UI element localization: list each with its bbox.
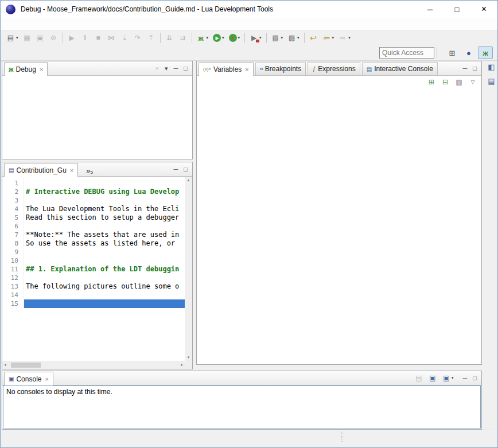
run-button[interactable]: ▶▾ — [211, 32, 226, 44]
minimize-view-icon[interactable]: ─ — [174, 65, 178, 72]
show-columns-button[interactable]: ▥ — [455, 78, 463, 86]
scroll-left-icon[interactable]: ◂ — [4, 363, 6, 367]
maximize-view-icon[interactable]: □ — [473, 375, 477, 381]
line-number[interactable]: 2 — [2, 188, 24, 196]
line-number[interactable]: 9 — [2, 248, 24, 256]
window-maximize-button[interactable]: □ — [443, 1, 470, 18]
code-line[interactable]: 6 — [2, 222, 185, 231]
line-number[interactable]: 11 — [2, 265, 24, 274]
tab-expressions[interactable]: ƒ Expressions — [308, 62, 360, 75]
skip-all-breakpoints-button[interactable]: ⊘ — [48, 32, 60, 44]
code-line[interactable]: 5 Read this section to setup a debugger — [2, 213, 185, 222]
drop-to-frame-button[interactable]: ⇊ — [164, 32, 176, 44]
dropdown-arrow-icon[interactable]: ▾ — [238, 36, 240, 40]
save-button[interactable]: ▦ — [21, 32, 33, 44]
scroll-up-icon[interactable]: ▴ — [188, 178, 190, 182]
tab-close-icon[interactable]: × — [40, 66, 43, 73]
debug-button[interactable]: ж▾ — [195, 32, 211, 44]
line-number[interactable]: 3 — [2, 196, 24, 205]
back-button[interactable]: ⇦▾ — [321, 32, 336, 44]
code-line[interactable]: 1 — [2, 179, 185, 188]
coverage-button[interactable]: ●▾ — [227, 32, 242, 44]
menu-help[interactable] — [66, 22, 75, 26]
line-number[interactable]: 12 — [2, 274, 24, 282]
view-menu-button[interactable]: ▽ — [469, 79, 477, 85]
remove-all-terminated-button[interactable]: × — [155, 65, 159, 72]
dropdown-arrow-icon[interactable]: ▾ — [452, 376, 454, 380]
editor-vertical-scrollbar[interactable]: ▴ ▾ — [185, 177, 192, 361]
menu-search[interactable] — [29, 22, 38, 26]
quick-access-input[interactable] — [379, 47, 434, 59]
new-console-button[interactable]: ▣▾ — [442, 374, 454, 382]
line-number[interactable]: 5 — [2, 213, 24, 222]
resize-grip-icon[interactable]: ⋮ ⋮ — [339, 431, 345, 442]
scroll-right-icon[interactable]: ▸ — [181, 363, 183, 367]
menu-navigate[interactable] — [20, 22, 29, 26]
tab-close-icon[interactable]: × — [45, 376, 48, 383]
resume-button[interactable]: ▶ — [66, 32, 78, 44]
line-number[interactable]: 10 — [2, 256, 24, 265]
dropdown-arrow-icon[interactable]: ▾ — [207, 36, 209, 40]
line-number[interactable]: 4 — [2, 205, 24, 213]
dropdown-arrow-icon[interactable]: ▾ — [281, 36, 283, 40]
view-menu-icon[interactable]: ▾ — [165, 65, 168, 72]
tab-console[interactable]: ▣ Console × — [4, 372, 53, 385]
dropdown-arrow-icon[interactable]: ▾ — [259, 36, 262, 40]
disconnect-button[interactable]: ⋈ — [106, 32, 118, 44]
external-tools-button[interactable]: ▶▾ — [248, 32, 263, 44]
code-line[interactable]: 8 So use the assets as listed here, or — [2, 239, 185, 248]
menu-edit[interactable] — [11, 22, 20, 26]
forward-button[interactable]: ⇨▾ — [337, 32, 352, 44]
tab-close-icon[interactable]: × — [70, 167, 73, 174]
collapse-all-button[interactable]: ⊟ — [441, 78, 449, 86]
code-line[interactable]: 13 The following pictures outline some o — [2, 282, 185, 291]
line-number[interactable]: 14 — [2, 291, 24, 299]
line-number[interactable]: 6 — [2, 222, 24, 231]
display-selected-console-button[interactable]: ▤ — [415, 374, 423, 382]
tab-variables[interactable]: (x)= Variables × — [199, 62, 254, 76]
use-step-filters-button[interactable]: ⇉ — [177, 32, 189, 44]
tab-close-icon[interactable]: × — [245, 66, 248, 73]
minimize-view-icon[interactable]: ─ — [174, 166, 178, 173]
dropdown-arrow-icon[interactable]: ▾ — [348, 36, 351, 40]
dropdown-arrow-icon[interactable]: ▾ — [222, 36, 224, 40]
step-over-button[interactable]: ↷ — [132, 32, 144, 44]
terminate-button[interactable]: ■ — [92, 32, 104, 44]
dropdown-arrow-icon[interactable]: ▾ — [297, 36, 299, 40]
tab-overflow-chevron[interactable]: » 5 — [86, 166, 93, 176]
minimized-outline-view-button[interactable]: ▤ — [486, 76, 497, 87]
scroll-down-icon[interactable]: ▾ — [188, 355, 190, 360]
minimize-view-icon[interactable]: ─ — [463, 65, 468, 72]
line-number[interactable]: 8 — [2, 239, 24, 248]
code-line[interactable]: 4 The Lua Development Tools in the Ecli — [2, 205, 185, 213]
step-return-button[interactable]: ⇡ — [145, 32, 157, 44]
code-line[interactable]: 9 — [2, 248, 185, 256]
line-number[interactable]: 13 — [2, 282, 24, 291]
step-into-button[interactable]: ⇣ — [119, 32, 131, 44]
line-number[interactable]: 7 — [2, 231, 24, 239]
menu-run[interactable] — [48, 22, 57, 26]
minimize-view-icon[interactable]: ─ — [463, 375, 468, 381]
last-edit-location-button[interactable]: ↩ — [308, 32, 320, 44]
code-line[interactable]: 2 # Interactive DEBUG using Lua Develop — [2, 188, 185, 196]
code-line[interactable]: 14 — [2, 291, 185, 299]
ldt-perspective-button[interactable]: ● — [461, 46, 476, 59]
code-line[interactable]: 10 — [2, 256, 185, 265]
suspend-button[interactable]: ‖ — [79, 32, 91, 44]
line-number[interactable]: 1 — [2, 179, 24, 188]
annotation-navigation-button[interactable]: ▨▾ — [286, 32, 301, 44]
save-all-button[interactable]: ▣ — [34, 32, 46, 44]
open-perspective-button[interactable]: ⊞ — [445, 46, 460, 59]
dropdown-arrow-icon[interactable]: ▾ — [332, 36, 334, 40]
open-console-button[interactable]: ▣ — [429, 374, 437, 382]
debug-perspective-button[interactable]: ж — [478, 46, 493, 59]
code-line[interactable]: 15 — [2, 299, 185, 308]
code-line[interactable]: 11 ## 1. Explanation of the LDT debuggin — [2, 265, 185, 274]
dropdown-arrow-icon[interactable]: ▾ — [16, 36, 18, 40]
window-close-button[interactable]: × — [470, 1, 497, 18]
restore-view-button[interactable]: ◧ — [486, 61, 497, 72]
editor-horizontal-scrollbar[interactable]: ◂ ▸ — [2, 361, 185, 369]
code-line[interactable]: 12 — [2, 274, 185, 282]
code-line[interactable]: 3 — [2, 196, 185, 205]
maximize-view-icon[interactable]: □ — [184, 166, 188, 173]
